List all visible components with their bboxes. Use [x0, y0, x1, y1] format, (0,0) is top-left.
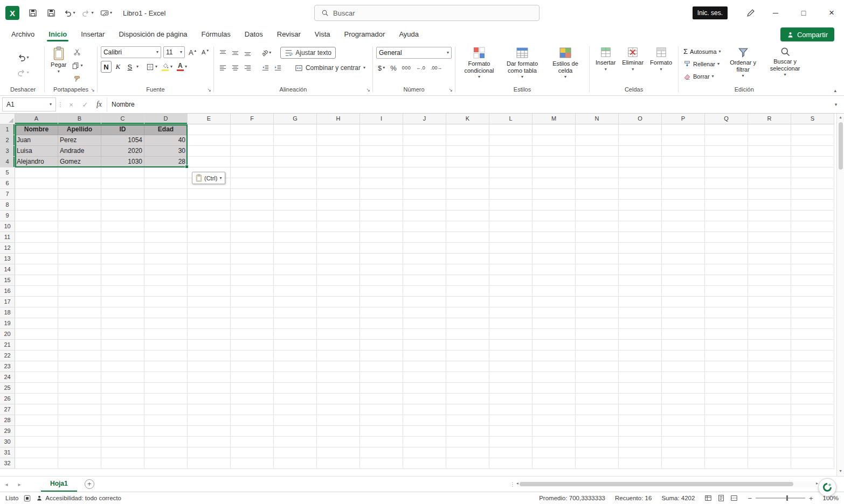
- cell-B12[interactable]: [58, 243, 101, 254]
- cell-O19[interactable]: [619, 318, 662, 329]
- cell-D9[interactable]: [144, 211, 188, 221]
- cell-I5[interactable]: [360, 167, 403, 178]
- cell-E19[interactable]: [188, 318, 231, 329]
- cell-E10[interactable]: [188, 221, 231, 232]
- cell-I25[interactable]: [360, 383, 403, 394]
- cell-G20[interactable]: [274, 329, 317, 340]
- grow-font-button[interactable]: A▴: [187, 46, 198, 58]
- cell-R30[interactable]: [748, 437, 791, 447]
- cell-A12[interactable]: [15, 243, 58, 254]
- cell-L26[interactable]: [489, 394, 532, 404]
- cell-G18[interactable]: [274, 307, 317, 318]
- cell-B10[interactable]: [58, 221, 101, 232]
- cell-N24[interactable]: [576, 372, 619, 383]
- cell-N9[interactable]: [576, 211, 619, 221]
- cell-H12[interactable]: [317, 243, 360, 254]
- cell-S7[interactable]: [791, 189, 834, 200]
- cell-Q6[interactable]: [705, 178, 748, 189]
- zoom-out-button[interactable]: −: [748, 494, 752, 502]
- cell-B5[interactable]: [58, 167, 101, 178]
- font-size-combo[interactable]: 11▾: [163, 46, 185, 58]
- cell-G21[interactable]: [274, 340, 317, 351]
- cell-R12[interactable]: [748, 243, 791, 254]
- zoom-in-button[interactable]: +: [809, 494, 813, 502]
- cell-P2[interactable]: [662, 135, 705, 146]
- cell-L31[interactable]: [489, 447, 532, 458]
- cell-F12[interactable]: [231, 243, 274, 254]
- cell-H13[interactable]: [317, 254, 360, 264]
- align-bottom-button[interactable]: [242, 47, 253, 59]
- row-header-21[interactable]: 21: [0, 340, 15, 351]
- cell-N3[interactable]: [576, 146, 619, 157]
- cell-L30[interactable]: [489, 437, 532, 447]
- column-header-D[interactable]: D: [144, 114, 188, 124]
- cell-I17[interactable]: [360, 297, 403, 307]
- cell-J30[interactable]: [403, 437, 446, 447]
- cell-P10[interactable]: [662, 221, 705, 232]
- row-header-30[interactable]: 30: [0, 437, 15, 447]
- paste-button[interactable]: Pegar ▾: [48, 44, 69, 75]
- cell-I9[interactable]: [360, 211, 403, 221]
- cell-K32[interactable]: [446, 458, 489, 469]
- cell-J14[interactable]: [403, 264, 446, 275]
- cell-N14[interactable]: [576, 264, 619, 275]
- cell-D28[interactable]: [144, 415, 188, 426]
- cell-N11[interactable]: [576, 232, 619, 243]
- cell-K12[interactable]: [446, 243, 489, 254]
- cell-O3[interactable]: [619, 146, 662, 157]
- cell-O17[interactable]: [619, 297, 662, 307]
- cell-Q23[interactable]: [705, 361, 748, 372]
- view-page-break-button[interactable]: [730, 494, 738, 502]
- cell-N26[interactable]: [576, 394, 619, 404]
- cell-L23[interactable]: [489, 361, 532, 372]
- cell-M32[interactable]: [532, 458, 576, 469]
- cell-O30[interactable]: [619, 437, 662, 447]
- cell-P6[interactable]: [662, 178, 705, 189]
- cell-I8[interactable]: [360, 200, 403, 211]
- zoom-slider-thumb[interactable]: [786, 495, 788, 501]
- cell-B27[interactable]: [58, 404, 101, 415]
- select-all-corner[interactable]: [0, 114, 15, 124]
- paste-options-button[interactable]: (Ctrl) ▾: [192, 172, 225, 184]
- cell-L20[interactable]: [489, 329, 532, 340]
- cell-D29[interactable]: [144, 426, 188, 437]
- tab-formulas[interactable]: Fórmulas: [195, 27, 238, 41]
- cell-I18[interactable]: [360, 307, 403, 318]
- cell-E27[interactable]: [188, 404, 231, 415]
- cell-L15[interactable]: [489, 275, 532, 286]
- align-center-button[interactable]: [230, 62, 241, 74]
- cell-N27[interactable]: [576, 404, 619, 415]
- copilot-button[interactable]: [818, 478, 836, 496]
- cell-M3[interactable]: [532, 146, 576, 157]
- cell-G10[interactable]: [274, 221, 317, 232]
- cell-R4[interactable]: [748, 157, 791, 167]
- cell-B14[interactable]: [58, 264, 101, 275]
- cell-B13[interactable]: [58, 254, 101, 264]
- column-header-B[interactable]: B: [58, 114, 101, 124]
- cell-S15[interactable]: [791, 275, 834, 286]
- cell-G23[interactable]: [274, 361, 317, 372]
- cell-K29[interactable]: [446, 426, 489, 437]
- cell-J15[interactable]: [403, 275, 446, 286]
- cell-O1[interactable]: [619, 124, 662, 135]
- increase-decimal-button[interactable]: ←.0: [414, 62, 427, 74]
- cell-F6[interactable]: [231, 178, 274, 189]
- cell-R15[interactable]: [748, 275, 791, 286]
- cell-A31[interactable]: [15, 447, 58, 458]
- cell-R3[interactable]: [748, 146, 791, 157]
- cell-P13[interactable]: [662, 254, 705, 264]
- cell-F27[interactable]: [231, 404, 274, 415]
- cell-R31[interactable]: [748, 447, 791, 458]
- cell-O6[interactable]: [619, 178, 662, 189]
- cell-A30[interactable]: [15, 437, 58, 447]
- cell-L10[interactable]: [489, 221, 532, 232]
- cell-A25[interactable]: [15, 383, 58, 394]
- cell-P11[interactable]: [662, 232, 705, 243]
- cell-E22[interactable]: [188, 351, 231, 361]
- comma-format-button[interactable]: 000: [400, 62, 413, 74]
- cell-D32[interactable]: [144, 458, 188, 469]
- cell-O5[interactable]: [619, 167, 662, 178]
- cell-E9[interactable]: [188, 211, 231, 221]
- cell-B23[interactable]: [58, 361, 101, 372]
- cell-O26[interactable]: [619, 394, 662, 404]
